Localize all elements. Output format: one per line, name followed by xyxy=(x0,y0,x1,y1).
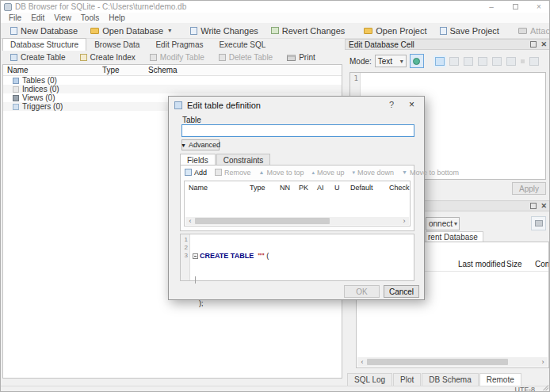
export-data-icon[interactable] xyxy=(492,57,502,66)
import-data-icon[interactable] xyxy=(464,57,473,66)
tab-plot[interactable]: Plot xyxy=(393,373,421,386)
open-external-icon[interactable] xyxy=(478,57,487,66)
field-column-name[interactable]: Name xyxy=(189,184,208,192)
null-dot-icon[interactable] xyxy=(521,59,525,63)
print-button[interactable]: Print xyxy=(280,52,323,63)
scroll-left-icon[interactable]: ‹ xyxy=(185,217,195,225)
edit-cell-toolbar: Mode: Text ▾ xyxy=(345,51,550,70)
modify-table-button[interactable]: Modify Table xyxy=(143,52,212,63)
move-to-bottom-button[interactable]: ▼ Move to bottom xyxy=(402,169,459,177)
float-panel-icon[interactable] xyxy=(530,41,537,48)
close-panel-icon[interactable]: ✕ xyxy=(540,40,547,48)
tab-current-database[interactable]: rent Database xyxy=(426,231,483,242)
fold-marker-icon[interactable] xyxy=(193,253,198,259)
minimize-button[interactable]: – xyxy=(479,1,503,13)
table-name-input[interactable] xyxy=(181,124,414,137)
ok-button[interactable]: OK xyxy=(344,285,380,298)
fields-table[interactable]: Name Type NN PK AI U Default Check ‹ › xyxy=(184,181,411,226)
open-project-button[interactable]: Open Project xyxy=(357,25,433,37)
move-down-button[interactable]: ▾ Move down xyxy=(353,169,395,177)
new-database-button[interactable]: New Database xyxy=(4,25,84,37)
open-database-button[interactable]: Open Database ▾ xyxy=(84,25,178,37)
field-column-check[interactable]: Check xyxy=(389,184,410,192)
views-icon xyxy=(13,95,19,101)
tab-browse-data[interactable]: Browse Data xyxy=(86,38,147,51)
revert-changes-button[interactable]: Revert Changes xyxy=(265,25,352,37)
invert-colors-icon[interactable] xyxy=(449,57,459,66)
maximize-button[interactable] xyxy=(503,1,527,13)
remote-refresh-button[interactable] xyxy=(531,216,546,230)
field-column-u[interactable]: U xyxy=(334,184,340,192)
remove-field-button[interactable]: Remove xyxy=(215,169,251,177)
fields-horizontal-scrollbar[interactable]: ‹ › xyxy=(185,217,409,225)
dialog-close-button[interactable]: × xyxy=(409,99,414,110)
save-project-button[interactable]: Save Project xyxy=(434,25,506,37)
tab-database-structure[interactable]: Database Structure xyxy=(2,38,86,51)
identity-select[interactable]: onnect ▾ xyxy=(426,217,460,230)
tree-item-tables[interactable]: Tables (0) xyxy=(3,76,342,85)
table-name-label: Table xyxy=(182,116,201,124)
advanced-button[interactable]: ▼ Advanced xyxy=(181,139,220,150)
print-cell-icon[interactable] xyxy=(529,57,539,66)
triggers-icon xyxy=(13,104,19,110)
tree-item-indices[interactable]: Indices (0) xyxy=(3,85,342,93)
menu-edit[interactable]: Edit xyxy=(26,13,49,22)
tree-column-schema[interactable]: Schema xyxy=(148,66,178,74)
tab-execute-sql[interactable]: Execute SQL xyxy=(211,38,273,51)
apply-button[interactable]: Apply xyxy=(512,182,546,195)
structure-toolbar: Create Table Create Index Modify Table D… xyxy=(1,51,345,64)
cancel-button[interactable]: Cancel xyxy=(384,285,419,298)
attach-database-button[interactable]: Attach Database xyxy=(512,25,550,37)
tables-icon xyxy=(13,78,19,84)
create-index-button[interactable]: Create Index xyxy=(73,52,143,63)
auto-switch-mode-button[interactable] xyxy=(410,54,424,68)
remote-column-last-modified[interactable]: Last modified xyxy=(458,260,505,268)
fields-frame: Add Remove ▲ Move to top ▴ Move up ▾ Mov… xyxy=(180,165,414,231)
scroll-right-icon[interactable]: › xyxy=(399,217,409,225)
close-button[interactable]: × xyxy=(527,1,550,13)
scroll-right-icon[interactable]: › xyxy=(538,358,548,366)
field-column-ai[interactable]: AI xyxy=(317,184,324,192)
menu-tools[interactable]: Tools xyxy=(76,13,104,22)
open-database-dropdown-icon[interactable]: ▾ xyxy=(168,27,171,34)
fullscreen-icon[interactable] xyxy=(506,57,516,66)
tab-sql-log[interactable]: SQL Log xyxy=(347,373,392,386)
menu-file[interactable]: File xyxy=(4,13,26,22)
resize-grip[interactable] xyxy=(542,384,548,390)
tab-edit-pragmas[interactable]: Edit Pragmas xyxy=(147,38,211,51)
remote-column-commit[interactable]: Commit xyxy=(535,260,549,268)
mode-label: Mode: xyxy=(349,57,372,66)
scrollbar-thumb[interactable] xyxy=(195,218,330,224)
move-to-top-button[interactable]: ▲ Move to top xyxy=(259,169,304,177)
field-column-nn[interactable]: NN xyxy=(280,184,290,192)
field-column-pk[interactable]: PK xyxy=(299,184,308,192)
remote-horizontal-scrollbar[interactable]: ‹ › xyxy=(357,357,548,367)
tree-column-type[interactable]: Type xyxy=(102,66,120,74)
write-changes-button[interactable]: Write Changes xyxy=(184,25,265,37)
field-column-default[interactable]: Default xyxy=(350,184,373,192)
chevron-down-icon: ▾ xyxy=(454,220,457,227)
edit-table-definition-dialog: Edit table definition ? × Table ▼ Advanc… xyxy=(168,96,425,300)
open-database-icon xyxy=(90,28,99,34)
sql-preview[interactable]: 1 2 3 CREATE TABLE"" ( ); xyxy=(180,234,414,281)
encoding-indicator: UTF-8 xyxy=(515,386,536,392)
menu-view[interactable]: View xyxy=(49,13,76,22)
mode-select[interactable]: Text ▾ xyxy=(375,55,407,67)
dialog-help-button[interactable]: ? xyxy=(389,100,394,109)
remote-column-size[interactable]: Size xyxy=(506,260,521,268)
float-panel-icon[interactable] xyxy=(530,203,537,209)
close-panel-icon[interactable]: ✕ xyxy=(540,202,547,210)
tab-db-schema[interactable]: DB Schema xyxy=(422,373,478,386)
delete-table-button[interactable]: Delete Table xyxy=(212,52,280,63)
move-up-button[interactable]: ▴ Move up xyxy=(312,169,345,177)
add-field-button[interactable]: Add xyxy=(185,169,207,177)
tree-column-name[interactable]: Name xyxy=(7,66,29,74)
scrollbar-thumb[interactable] xyxy=(367,359,508,365)
dialog-titlebar[interactable]: Edit table definition ? × xyxy=(169,97,424,114)
word-wrap-icon[interactable] xyxy=(435,57,445,66)
field-column-type[interactable]: Type xyxy=(250,184,265,192)
scroll-left-icon[interactable]: ‹ xyxy=(357,358,367,366)
menu-help[interactable]: Help xyxy=(104,13,130,22)
create-table-button[interactable]: Create Table xyxy=(3,52,73,63)
tab-remote[interactable]: Remote xyxy=(479,373,521,386)
